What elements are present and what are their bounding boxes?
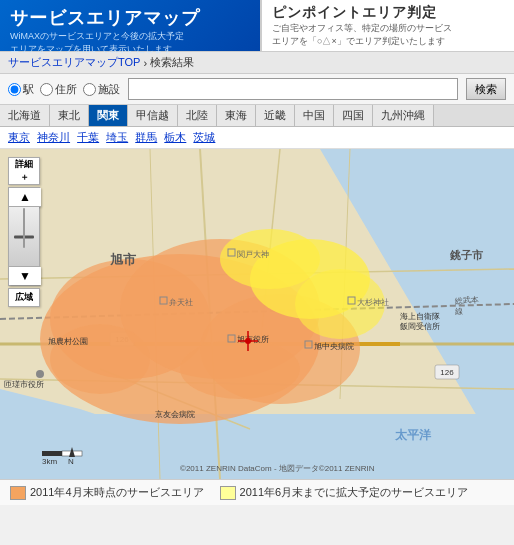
legend-future: 2011年6月末までに拡大予定のサービスエリア bbox=[220, 485, 469, 500]
svg-point-22 bbox=[220, 229, 320, 289]
tab-tohoku[interactable]: 東北 bbox=[50, 105, 89, 126]
svg-text:N: N bbox=[68, 457, 74, 466]
radio-facility[interactable]: 施設 bbox=[83, 82, 120, 97]
svg-text:太平洋: 太平洋 bbox=[394, 428, 432, 442]
radio-address[interactable]: 住所 bbox=[40, 82, 77, 97]
svg-point-25 bbox=[180, 339, 300, 399]
svg-rect-50 bbox=[42, 451, 62, 456]
legend-orange-box bbox=[10, 486, 26, 500]
radio-station[interactable]: 駅 bbox=[8, 82, 34, 97]
svg-point-38 bbox=[245, 338, 251, 344]
radio-station-input[interactable] bbox=[8, 83, 21, 96]
pref-gunma[interactable]: 群馬 bbox=[135, 131, 157, 143]
header-left: サービスエリアマップ WiMAXのサービスエリアと今後の拡大予定エリアをマップを… bbox=[0, 0, 260, 51]
map-controls: 詳細＋ ▲ ▼ 広域 bbox=[8, 157, 40, 307]
detail-button[interactable]: 詳細＋ bbox=[8, 157, 40, 185]
site-subtitle: WiMAXのサービスエリアと今後の拡大予定エリアをマップを用いて表示いたします bbox=[10, 30, 250, 55]
svg-text:京友会病院: 京友会病院 bbox=[155, 410, 195, 419]
svg-text:旭市: 旭市 bbox=[110, 252, 137, 267]
svg-text:126: 126 bbox=[440, 368, 454, 377]
pref-chiba[interactable]: 千葉 bbox=[77, 131, 99, 143]
zoom-out-button[interactable]: ▼ bbox=[9, 267, 41, 285]
svg-text:旭中央病院: 旭中央病院 bbox=[314, 342, 354, 351]
svg-text:飯岡受信所: 飯岡受信所 bbox=[400, 322, 440, 331]
svg-text:大杉神社: 大杉神社 bbox=[357, 298, 389, 307]
tab-kanto[interactable]: 関東 bbox=[89, 105, 128, 126]
site-title: サービスエリアマップ bbox=[10, 6, 250, 30]
pref-kanagawa[interactable]: 神奈川 bbox=[37, 131, 70, 143]
radio-group: 駅 住所 施設 bbox=[8, 82, 120, 97]
tab-hokkaido[interactable]: 北海道 bbox=[0, 105, 50, 126]
svg-text:関戸大神: 関戸大神 bbox=[237, 250, 269, 259]
tab-shikoku[interactable]: 四国 bbox=[334, 105, 373, 126]
pref-saitama[interactable]: 埼玉 bbox=[106, 131, 128, 143]
zoom-in-button[interactable]: ▲ bbox=[9, 188, 41, 207]
breadcrumb-current: 検索結果 bbox=[150, 55, 194, 70]
pref-tochigi[interactable]: 栃木 bbox=[164, 131, 186, 143]
svg-text:弁天社: 弁天社 bbox=[169, 298, 193, 307]
legend-current-label: 2011年4月末時点のサービスエリア bbox=[30, 485, 204, 500]
wide-button[interactable]: 広域 bbox=[8, 288, 40, 307]
pinpoint-title: ピンポイントエリア判定 bbox=[272, 4, 504, 22]
pref-tokyo[interactable]: 東京 bbox=[8, 131, 30, 143]
region-tabs: 北海道 東北 関東 甲信越 北陸 東海 近畿 中国 四国 九州沖縄 bbox=[0, 105, 514, 127]
tab-koshinetsu[interactable]: 甲信越 bbox=[128, 105, 178, 126]
svg-text:旭農村公園: 旭農村公園 bbox=[48, 337, 88, 346]
legend-yellow-box bbox=[220, 486, 236, 500]
legend: 2011年4月末時点のサービスエリア 2011年6月末までに拡大予定のサービスエ… bbox=[0, 479, 514, 505]
svg-text:銚子市: 銚子市 bbox=[449, 249, 484, 261]
tab-hokuriku[interactable]: 北陸 bbox=[178, 105, 217, 126]
map-svg: 126 126 旭市 銚子市 関戸大神 bbox=[0, 149, 514, 479]
svg-point-24 bbox=[50, 324, 150, 394]
search-input[interactable] bbox=[128, 78, 458, 100]
svg-text:海上自衛隊: 海上自衛隊 bbox=[400, 312, 440, 321]
search-bar: 駅 住所 施設 検索 bbox=[0, 74, 514, 105]
breadcrumb-separator: › bbox=[143, 57, 147, 69]
svg-point-45 bbox=[36, 370, 44, 378]
page-header: サービスエリアマップ WiMAXのサービスエリアと今後の拡大予定エリアをマップを… bbox=[0, 0, 514, 52]
svg-text:線: 線 bbox=[454, 307, 463, 316]
svg-text:©2011 ZENRIN DataCom - 地図データ©2: ©2011 ZENRIN DataCom - 地図データ©2011 ZENRIN bbox=[180, 464, 375, 473]
tab-kinki[interactable]: 近畿 bbox=[256, 105, 295, 126]
map-container[interactable]: 126 126 旭市 銚子市 関戸大神 bbox=[0, 149, 514, 479]
prefecture-links: 東京 神奈川 千葉 埼玉 群馬 栃木 茨城 bbox=[0, 127, 514, 149]
tab-chugoku[interactable]: 中国 bbox=[295, 105, 334, 126]
legend-future-label: 2011年6月末までに拡大予定のサービスエリア bbox=[240, 485, 469, 500]
tab-kyushu[interactable]: 九州沖縄 bbox=[373, 105, 434, 126]
radio-address-input[interactable] bbox=[40, 83, 53, 96]
pinpoint-subtitle: ご自宅やオフィス等、特定の場所のサービスエリアを「○△×」でエリア判定いたします bbox=[272, 22, 504, 47]
svg-text:旭市役所: 旭市役所 bbox=[237, 335, 269, 344]
svg-text:匝瑳市役所: 匝瑳市役所 bbox=[4, 380, 44, 389]
svg-text:3km: 3km bbox=[42, 457, 57, 466]
radio-facility-input[interactable] bbox=[83, 83, 96, 96]
pref-ibaraki[interactable]: 茨城 bbox=[193, 131, 215, 143]
breadcrumb-link[interactable]: サービスエリアマップTOP bbox=[8, 55, 140, 70]
legend-current: 2011年4月末時点のサービスエリア bbox=[10, 485, 204, 500]
header-right: ピンポイントエリア判定 ご自宅やオフィス等、特定の場所のサービスエリアを「○△×… bbox=[260, 0, 514, 51]
breadcrumb: サービスエリアマップTOP › 検索結果 bbox=[0, 52, 514, 74]
search-button[interactable]: 検索 bbox=[466, 78, 506, 100]
tab-tokai[interactable]: 東海 bbox=[217, 105, 256, 126]
